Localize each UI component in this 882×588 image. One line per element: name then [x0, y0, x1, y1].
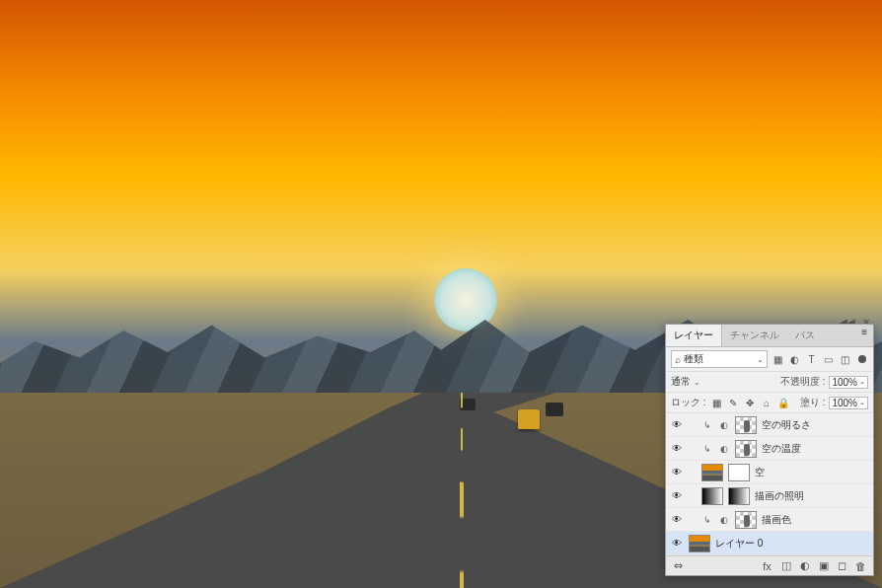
fx-icon[interactable]: fx: [761, 559, 773, 572]
blend-mode-row: 通常 ⌄ 不透明度 : 100% ⌄: [666, 372, 873, 393]
layer-thumbnail[interactable]: [735, 440, 757, 458]
tab-channels[interactable]: チャンネル: [722, 325, 787, 346]
layer-name[interactable]: 描画の照明: [755, 489, 869, 503]
panel-collapse-bar: ◀◀ ✕: [665, 316, 874, 324]
lock-label: ロック :: [671, 396, 706, 409]
chevron-down-icon: ⌄: [757, 355, 764, 364]
fill-input[interactable]: 100% ⌄: [829, 397, 868, 409]
blend-mode-select[interactable]: 通常 ⌄: [671, 375, 748, 389]
layer-mask-thumbnail[interactable]: [728, 464, 750, 481]
layer-thumbnail[interactable]: [701, 487, 723, 505]
visibility-eye-icon[interactable]: 👁: [670, 490, 684, 501]
tab-paths[interactable]: パス: [787, 325, 823, 346]
lock-position-icon[interactable]: ✥: [744, 397, 757, 409]
layer-thumbnail[interactable]: [735, 511, 757, 529]
lock-all-icon[interactable]: 🔒: [777, 397, 790, 409]
layer-kind-select[interactable]: ⌕ 種類 ⌄: [671, 350, 768, 368]
opacity-input[interactable]: 100% ⌄: [829, 376, 868, 389]
tab-layers[interactable]: レイヤー: [666, 325, 722, 346]
layer-thumbnail[interactable]: [701, 464, 723, 481]
adjustment-icon: ◐: [718, 515, 730, 525]
layers-list: 👁↳◐空の明るさ👁↳◐空の温度👁空👁描画の照明👁↳◐描画色👁レイヤー 0: [666, 413, 873, 555]
group-icon[interactable]: ▣: [817, 559, 830, 572]
chevron-down-icon: ⌄: [694, 378, 700, 387]
layer-row[interactable]: 👁空: [666, 461, 873, 484]
car-graphic: [460, 399, 476, 410]
layer-row[interactable]: 👁↳◐空の温度: [666, 437, 873, 461]
chevron-down-icon: ⌄: [859, 378, 865, 386]
new-layer-icon[interactable]: ◻: [836, 559, 848, 572]
lock-pixels-icon[interactable]: ✎: [727, 397, 740, 409]
layer-thumbnail[interactable]: [689, 535, 710, 552]
clip-link-icon: ↳: [701, 444, 713, 454]
fill-value: 100%: [832, 398, 857, 408]
layer-row[interactable]: 👁↳◐描画色: [666, 508, 873, 532]
layer-row[interactable]: 👁↳◐空の明るさ: [666, 413, 873, 437]
visibility-eye-icon[interactable]: 👁: [670, 538, 684, 549]
lock-transparency-icon[interactable]: ▦: [710, 397, 723, 409]
visibility-eye-icon[interactable]: 👁: [670, 514, 684, 525]
car-graphic: [518, 409, 540, 429]
clip-link-icon: ↳: [701, 515, 713, 525]
layer-filter-row: ⌕ 種類 ⌄ ▦ ◐ T ▭ ◫: [666, 347, 873, 372]
layer-name[interactable]: レイヤー 0: [715, 537, 869, 551]
layer-mask-thumbnail[interactable]: [728, 487, 750, 505]
filter-smart-icon[interactable]: ◫: [839, 353, 851, 366]
adjustment-icon: ◐: [718, 444, 730, 454]
layer-kind-label: 種類: [684, 352, 703, 366]
opacity-label: 不透明度 :: [780, 375, 826, 389]
visibility-eye-icon[interactable]: 👁: [670, 443, 684, 454]
layer-name[interactable]: 描画色: [762, 513, 869, 527]
opacity-value: 100%: [832, 377, 857, 388]
filter-toggle-dot[interactable]: [855, 353, 868, 366]
chevron-down-icon: ⌄: [859, 399, 865, 406]
delete-layer-icon[interactable]: 🗑: [854, 559, 867, 572]
blend-mode-value: 通常: [671, 376, 691, 387]
filter-shape-icon[interactable]: ▭: [822, 353, 835, 366]
layer-thumbnail[interactable]: [735, 416, 757, 434]
layer-row[interactable]: 👁レイヤー 0: [666, 532, 873, 555]
lock-artboard-icon[interactable]: ⌂: [761, 397, 773, 409]
link-layers-icon[interactable]: ⇔: [672, 559, 685, 572]
clip-link-icon: ↳: [701, 420, 713, 430]
add-mask-icon[interactable]: ◫: [779, 559, 792, 572]
panel-footer: ⇔ fx ◫ ◐ ▣ ◻ 🗑: [666, 555, 873, 575]
visibility-eye-icon[interactable]: 👁: [670, 419, 684, 430]
visibility-eye-icon[interactable]: 👁: [670, 467, 684, 478]
filter-pixel-icon[interactable]: ▦: [772, 353, 784, 366]
car-graphic: [546, 403, 563, 416]
filter-type-icon[interactable]: T: [805, 353, 818, 366]
panel-menu-button[interactable]: ≡: [855, 325, 873, 346]
filter-adjustment-icon[interactable]: ◐: [788, 353, 801, 366]
lock-row: ロック : ▦ ✎ ✥ ⌂ 🔒 塗り : 100% ⌄: [666, 393, 873, 413]
layer-name[interactable]: 空: [755, 466, 869, 479]
adjustment-layer-icon[interactable]: ◐: [798, 559, 811, 572]
layer-name[interactable]: 空の明るさ: [762, 418, 869, 432]
panel-tabs: レイヤー チャンネル パス ≡: [666, 325, 873, 347]
fill-label: 塗り :: [800, 396, 826, 409]
adjustment-icon: ◐: [718, 420, 730, 430]
layer-name[interactable]: 空の温度: [762, 442, 869, 456]
layers-panel: レイヤー チャンネル パス ≡ ⌕ 種類 ⌄ ▦ ◐ T ▭ ◫ 通常 ⌄ 不透…: [665, 324, 874, 576]
search-icon: ⌕: [675, 354, 681, 365]
layer-row[interactable]: 👁描画の照明: [666, 484, 873, 508]
